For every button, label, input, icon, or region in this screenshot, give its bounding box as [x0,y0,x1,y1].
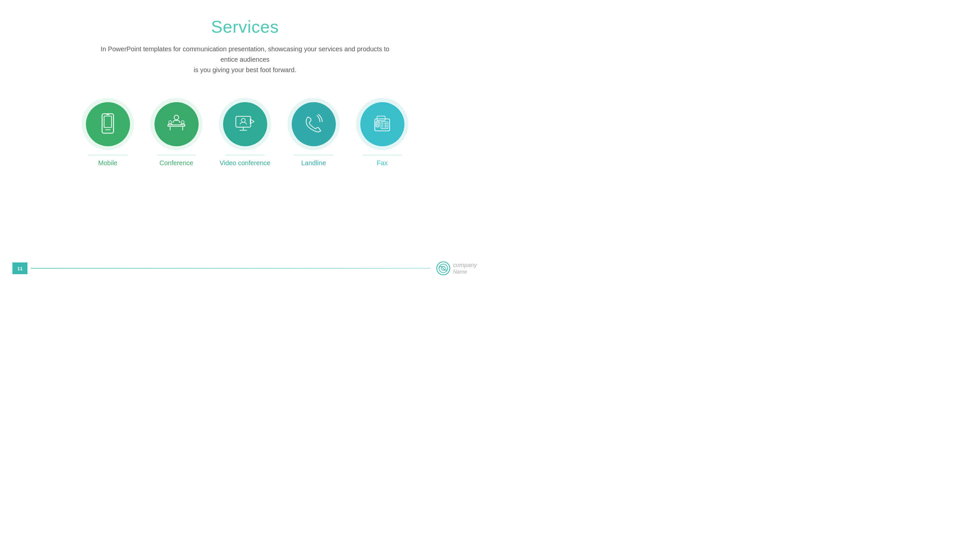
conference-divider [157,155,196,156]
fax-outer-circle [356,98,408,150]
conference-label: Conference [159,159,193,167]
svg-point-20 [386,123,387,124]
videoconf-outer-circle [219,98,271,150]
services-row: Mobile [80,98,410,167]
fax-label: Fax [377,159,387,167]
mobile-divider [88,155,127,156]
service-fax: Fax [355,98,410,167]
footer: 11 company Name [0,261,490,275]
mobile-inner-circle [86,102,130,146]
mobile-label: Mobile [98,159,118,167]
slide-title: Services [211,17,278,37]
svg-point-11 [242,119,245,122]
svg-point-22 [385,125,386,126]
conference-outer-circle [150,98,202,150]
videoconf-inner-circle [223,102,267,146]
svg-rect-16 [377,116,385,121]
svg-point-19 [385,123,386,124]
company-logo-icon [436,261,450,275]
company-text: company Name [453,262,477,275]
company-name-bottom: Name [453,268,477,275]
videoconf-divider [225,155,265,156]
svg-point-24 [382,126,383,128]
service-landline: Landline [286,98,341,167]
mobile-icon [96,113,119,135]
fax-inner-circle [360,102,404,146]
slide: Services In PowerPoint templates for com… [0,0,490,275]
company-name-top: company [453,262,477,269]
fax-divider [363,155,402,156]
footer-line [31,268,430,268]
videoconf-icon [234,113,256,135]
svg-point-23 [386,125,387,126]
landline-divider [294,155,333,156]
mobile-outer-circle [82,98,134,150]
svg-point-4 [174,115,179,120]
svg-rect-1 [104,116,112,128]
conference-inner-circle [154,102,199,146]
service-videoconf: Video conference [217,98,273,167]
landline-inner-circle [292,102,336,146]
svg-rect-27 [376,121,380,127]
landline-icon [302,113,325,135]
svg-point-18 [382,123,383,124]
conference-icon [165,113,188,135]
service-conference: Conference [149,98,204,167]
page-number: 11 [13,262,27,274]
videoconf-label: Video conference [220,159,270,167]
svg-rect-10 [236,116,251,127]
svg-point-9 [181,121,184,124]
service-mobile: Mobile [80,98,135,167]
svg-point-8 [169,121,172,124]
svg-point-25 [385,126,386,128]
landline-label: Landline [301,159,326,167]
landline-outer-circle [288,98,340,150]
svg-point-21 [382,125,383,126]
slide-subtitle: In PowerPoint templates for communicatio… [98,44,392,75]
fax-icon [371,113,394,135]
company-logo-area: company Name [436,261,477,275]
svg-point-26 [386,126,387,128]
